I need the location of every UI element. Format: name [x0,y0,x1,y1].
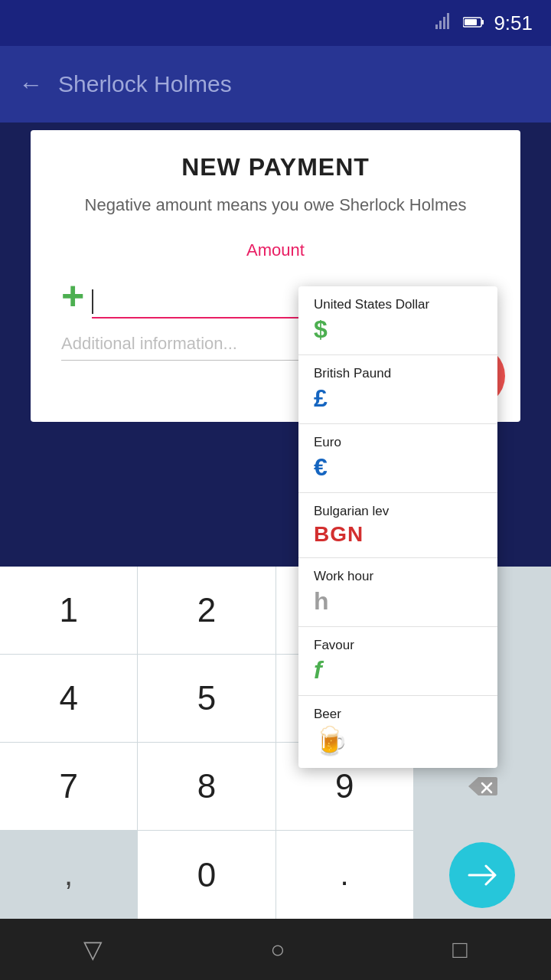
signal-icon [435,12,454,34]
currency-symbol-beer: 🍺 [314,725,482,757]
key-2[interactable]: 2 [138,567,275,654]
key-4[interactable]: 4 [0,655,137,742]
currency-item-gbp[interactable]: British Paund£ [298,355,497,424]
recent-nav-icon[interactable]: □ [452,936,467,964]
nav-bar: ▽ ○ □ [0,919,551,980]
text-cursor [92,289,93,314]
key-5[interactable]: 5 [138,655,275,742]
currency-name-eur: Euro [314,435,482,450]
app-bar-title: Sherlock Holmes [58,71,232,97]
currency-symbol-eur: € [314,453,482,482]
currency-name-bgn: Bulgarian lev [314,504,482,519]
plus-sign[interactable]: + [61,276,84,318]
status-bar: 9:51 [0,0,551,46]
currency-symbol-wh: h [314,587,482,616]
key-8[interactable]: 8 [138,743,275,830]
additional-placeholder: Additional information... [61,334,237,353]
key-0[interactable]: 0 [138,831,275,919]
key-comma[interactable]: , [0,831,137,919]
status-time: 9:51 [494,11,533,35]
currency-name-favour: Favour [314,638,482,653]
back-nav-icon[interactable]: ▽ [83,935,103,964]
svg-rect-1 [465,19,477,25]
key-1[interactable]: 1 [0,567,137,654]
currency-name-gbp: British Paund [314,366,482,381]
home-nav-icon[interactable]: ○ [270,936,285,964]
currency-symbol-usd: $ [314,315,482,344]
amount-label: Amount [246,240,305,260]
currency-name-usd: United States Dollar [314,297,482,312]
key-row-4: , 0 . [0,831,551,919]
back-button[interactable]: ← [18,70,43,99]
app-bar: ← Sherlock Holmes [0,46,551,122]
dialog-title: NEW PAYMENT [61,153,490,181]
dialog-subtitle: Negative amount means you owe Sherlock H… [61,194,490,217]
new-payment-dialog: NEW PAYMENT Negative amount means you ow… [31,130,520,422]
currency-name-wh: Work hour [314,569,482,584]
currency-symbol-gbp: £ [314,384,482,413]
currency-item-beer[interactable]: Beer🍺 [298,696,497,768]
currency-name-beer: Beer [314,707,482,722]
currency-item-eur[interactable]: Euro€ [298,424,497,493]
currency-item-bgn[interactable]: Bulgarian levBGN [298,493,497,558]
battery-icon [463,13,484,33]
currency-item-favour[interactable]: Favourf [298,627,497,696]
currency-item-usd[interactable]: United States Dollar$ [298,286,497,355]
currency-dropdown[interactable]: United States Dollar$British Paund£Euro€… [298,286,497,768]
currency-item-wh[interactable]: Work hourh [298,558,497,627]
action-button[interactable] [449,842,515,908]
currency-symbol-favour: f [314,656,482,684]
currency-symbol-bgn: BGN [314,522,482,547]
key-7[interactable]: 7 [0,743,137,830]
key-period[interactable]: . [276,831,413,919]
svg-rect-2 [481,20,484,24]
